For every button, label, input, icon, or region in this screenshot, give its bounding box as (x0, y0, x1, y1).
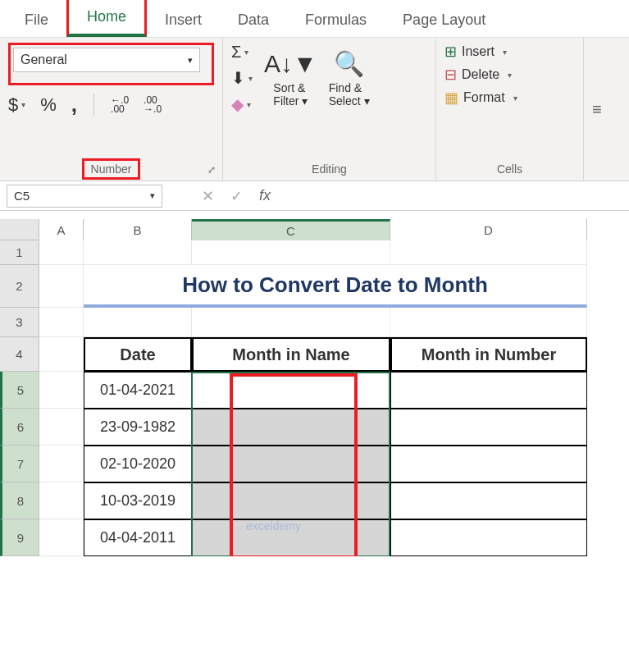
number-format-value: General (21, 53, 67, 67)
delete-cells-button[interactable]: ⊟Delete▾ (444, 66, 575, 84)
row-3: 3 (0, 308, 629, 337)
editing-group: Σ▾ ⬇▾ ◆▾ A↓▼ Sort &Filter ▾ 🔍 Find &Sele… (223, 38, 436, 181)
fill-button[interactable]: ⬇▾ (231, 68, 253, 88)
cell-a6[interactable] (39, 409, 84, 446)
name-box[interactable]: C5 ▾ (7, 185, 162, 208)
row-7: 7 02-10-2020 (0, 446, 629, 482)
col-header-b[interactable]: B (84, 219, 192, 240)
cell-title[interactable]: How to Convert Date to Month (84, 265, 587, 308)
sort-filter-button[interactable]: A↓▼ Sort &Filter ▾ (264, 50, 317, 107)
chevron-down-icon: ▾ (150, 190, 155, 201)
cell-a8[interactable] (39, 482, 84, 519)
row-header-1[interactable]: 1 (0, 240, 39, 265)
number-group-label: Number ⤢ (8, 159, 214, 181)
header-date[interactable]: Date (84, 337, 192, 372)
cell-c8[interactable] (192, 482, 390, 519)
header-month-num[interactable]: Month in Number (390, 337, 587, 372)
cell-c6[interactable] (192, 409, 390, 446)
tab-page-layout[interactable]: Page Layout (385, 3, 504, 37)
cell-b3[interactable] (84, 308, 192, 337)
cell-d6[interactable] (390, 409, 587, 446)
cell-a1[interactable] (39, 240, 84, 265)
ribbon-tabs: File Home Insert Data Formulas Page Layo… (0, 0, 629, 38)
tab-data[interactable]: Data (220, 3, 287, 37)
format-cells-button[interactable]: ▦Format▾ (444, 89, 575, 107)
currency-button[interactable]: $▾ (8, 94, 25, 116)
row-header-8[interactable]: 8 (0, 482, 39, 519)
row-header-7[interactable]: 7 (0, 446, 39, 482)
fx-icon[interactable]: fx (259, 187, 271, 205)
sort-filter-icon: A↓▼ (264, 50, 317, 78)
cell-d3[interactable] (390, 308, 587, 337)
comma-button[interactable]: , (71, 92, 77, 117)
cell-a9[interactable] (39, 519, 84, 556)
cell-a5[interactable] (39, 372, 84, 409)
find-select-button[interactable]: 🔍 Find &Select ▾ (329, 49, 370, 107)
cell-b1[interactable] (84, 240, 192, 265)
cell-c7[interactable] (192, 446, 390, 482)
cell-b9[interactable]: 04-04-2011 (84, 519, 192, 556)
cell-b5[interactable]: 01-04-2021 (84, 372, 192, 409)
row-header-2[interactable]: 2 (0, 265, 39, 308)
autosum-button[interactable]: Σ▾ (231, 43, 253, 62)
cell-d9[interactable] (390, 519, 587, 556)
row-5: 5 01-04-2021 (0, 372, 629, 409)
row-header-9[interactable]: 9 (0, 519, 39, 556)
tab-file[interactable]: File (7, 3, 66, 37)
cell-a7[interactable] (39, 446, 84, 482)
col-header-c[interactable]: C (192, 219, 390, 240)
row-header-6[interactable]: 6 (0, 409, 39, 446)
chevron-down-icon: ▾ (248, 74, 253, 83)
menu-icon[interactable]: ≡ (592, 100, 602, 119)
cell-d1[interactable] (390, 240, 587, 265)
cell-b7[interactable]: 02-10-2020 (84, 446, 192, 482)
cell-a3[interactable] (39, 308, 84, 337)
row-header-4[interactable]: 4 (0, 337, 39, 372)
chevron-down-icon: ▾ (503, 48, 507, 57)
row-header-3[interactable]: 3 (0, 308, 39, 337)
select-all-corner[interactable] (0, 219, 39, 240)
cell-d7[interactable] (390, 446, 587, 482)
tab-formulas[interactable]: Formulas (287, 3, 385, 37)
tab-insert[interactable]: Insert (147, 3, 220, 37)
number-format-dropdown[interactable]: General ▾ (13, 48, 200, 72)
row-header-5[interactable]: 5 (0, 372, 39, 409)
clear-button[interactable]: ◆▾ (231, 94, 253, 114)
cell-b6[interactable]: 23-09-1982 (84, 409, 192, 446)
cell-c3[interactable] (192, 308, 390, 337)
percent-button[interactable]: % (40, 94, 57, 116)
editing-group-label: Editing (231, 159, 427, 181)
chevron-down-icon: ▾ (247, 100, 251, 109)
spreadsheet: A B C D 1 2 How to Convert Date to Month… (0, 219, 629, 556)
number-group: General ▾ $▾ % , ←.0.00 .00→.0 Number ⤢ (0, 38, 223, 181)
row-6: 6 23-09-1982 (0, 409, 629, 446)
insert-icon: ⊞ (444, 43, 457, 61)
cell-a2[interactable] (39, 265, 84, 308)
chevron-down-icon: ▾ (508, 71, 512, 80)
row-8: 8 10-03-2019 (0, 482, 629, 519)
header-month-name[interactable]: Month in Name (192, 337, 390, 372)
insert-cells-button[interactable]: ⊞Insert▾ (444, 43, 575, 61)
dialog-launcher-icon[interactable]: ⤢ (207, 164, 216, 176)
row-9: 9 04-04-2011 (0, 519, 629, 556)
cell-b8[interactable]: 10-03-2019 (84, 482, 192, 519)
increase-decimal-button[interactable]: ←.0.00 (111, 96, 129, 114)
row-4: 4 Date Month in Name Month in Number (0, 337, 629, 372)
cell-d8[interactable] (390, 482, 587, 519)
number-buttons: $▾ % , ←.0.00 .00→.0 (8, 92, 214, 117)
cell-d5[interactable] (390, 372, 587, 409)
decrease-decimal-button[interactable]: .00→.0 (144, 96, 162, 114)
chevron-down-icon: ▾ (513, 94, 517, 103)
col-header-d[interactable]: D (390, 219, 587, 240)
cell-c5[interactable] (192, 372, 390, 409)
cell-a4[interactable] (39, 337, 84, 372)
chevron-down-icon: ▾ (244, 48, 248, 57)
tab-home[interactable]: Home (66, 0, 147, 37)
col-header-a[interactable]: A (39, 219, 84, 240)
delete-icon: ⊟ (444, 66, 457, 84)
cell-c1[interactable] (192, 240, 390, 265)
enter-icon[interactable]: ✓ (230, 187, 243, 205)
cancel-icon[interactable]: ✕ (202, 187, 214, 205)
eraser-icon: ◆ (231, 94, 244, 114)
sigma-icon: Σ (231, 43, 241, 62)
